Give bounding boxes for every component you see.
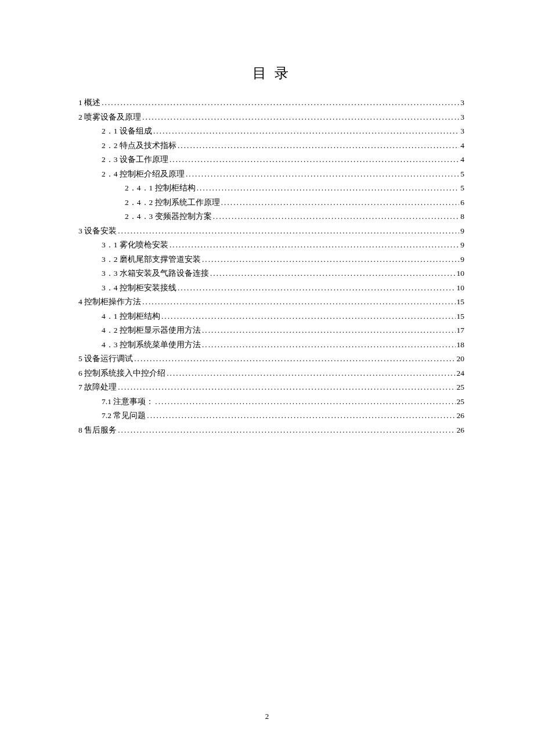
- toc-entry-page: 9: [460, 227, 464, 235]
- toc-entry-label: 7 故障处理: [78, 383, 117, 391]
- toc-entry[interactable]: 4．2 控制柜显示器使用方法17: [78, 326, 464, 334]
- toc-entry[interactable]: 2．3 设备工作原理4: [78, 156, 464, 164]
- toc-entry-page: 20: [457, 355, 465, 363]
- toc-entry-label: 3．3 水箱安装及气路设备连接: [102, 269, 209, 278]
- toc-entry-label: 4．2 控制柜显示器使用方法: [102, 326, 201, 334]
- toc-leader-dots: [169, 241, 459, 249]
- toc-entry-page: 15: [457, 312, 465, 321]
- toc-entry[interactable]: 2．4 控制柜介绍及原理5: [78, 170, 464, 178]
- toc-leader-dots: [169, 156, 459, 164]
- toc-entry-page: 9: [460, 255, 464, 264]
- toc-leader-dots: [153, 127, 459, 135]
- toc-entry-label: 7.2 常见问题: [102, 412, 146, 420]
- toc-entry-page: 3: [460, 99, 464, 107]
- toc-entry-page: 4: [460, 142, 464, 150]
- toc-entry-label: 2．4．2 控制系统工作原理: [125, 199, 220, 207]
- toc-entry[interactable]: 3．3 水箱安装及气路设备连接10: [78, 269, 464, 278]
- toc-title: 目 录: [78, 64, 464, 82]
- toc-entry-page: 3: [460, 127, 464, 135]
- toc-entry-page: 26: [457, 426, 465, 434]
- toc-entry-label: 4．3 控制系统菜单使用方法: [102, 341, 201, 349]
- toc-leader-dots: [178, 142, 459, 150]
- toc-leader-dots: [142, 113, 459, 121]
- toc-entry-label: 3 设备安装: [78, 227, 117, 235]
- toc-leader-dots: [202, 255, 459, 264]
- toc-entry-label: 1 概述: [78, 99, 100, 107]
- toc-entry[interactable]: 5 设备运行调试20: [78, 355, 464, 363]
- toc-leader-dots: [197, 184, 460, 192]
- toc-entry-label: 3．1 雾化喷枪安装: [102, 241, 168, 249]
- toc-entry[interactable]: 6 控制系统接入中控介绍24: [78, 369, 464, 377]
- toc-entry[interactable]: 3．4 控制柜安装接线10: [78, 284, 464, 292]
- toc-entry[interactable]: 2．4．3 变频器控制方案8: [78, 213, 464, 221]
- toc-entry-page: 25: [457, 398, 465, 406]
- toc-leader-dots: [134, 355, 455, 363]
- toc-entry[interactable]: 1 概述3: [78, 99, 464, 107]
- toc-entry-label: 3．4 控制柜安装接线: [102, 284, 176, 292]
- toc-entry-page: 25: [457, 383, 465, 391]
- toc-leader-dots: [210, 269, 456, 278]
- toc-leader-dots: [118, 383, 455, 391]
- toc-entry-page: 18: [457, 341, 465, 349]
- toc-entry-page: 10: [457, 269, 465, 278]
- toc-leader-dots: [142, 298, 455, 306]
- toc-leader-dots: [202, 326, 456, 334]
- toc-leader-dots: [155, 398, 455, 406]
- toc-entry[interactable]: 7.1 注意事项：25: [78, 398, 464, 406]
- toc-entry-label: 4 控制柜操作方法: [78, 298, 141, 306]
- toc-entry-label: 7.1 注意事项：: [102, 398, 154, 406]
- toc-entry-page: 8: [460, 213, 464, 221]
- toc-entry[interactable]: 8 售后服务26: [78, 426, 464, 434]
- toc-entry-label: 2．4 控制柜介绍及原理: [102, 170, 185, 178]
- toc-leader-dots: [147, 412, 455, 420]
- toc-entry-label: 2．1 设备组成: [102, 127, 152, 135]
- toc-entry-label: 2 喷雾设备及原理: [78, 113, 141, 121]
- toc-leader-dots: [118, 227, 459, 235]
- toc-leader-dots: [221, 199, 460, 207]
- toc-entry[interactable]: 3．2 磨机尾部支撑管道安装9: [78, 255, 464, 264]
- toc-leader-dots: [178, 284, 456, 292]
- toc-leader-dots: [213, 213, 460, 221]
- toc-entry[interactable]: 2．4．2 控制系统工作原理6: [78, 199, 464, 207]
- toc-leader-dots: [186, 170, 459, 178]
- toc-entry-page: 5: [460, 184, 464, 192]
- document-page: 目 录 1 概述32 喷雾设备及原理32．1 设备组成32．2 特点及技术指标4…: [0, 0, 534, 475]
- toc-entry-page: 9: [460, 241, 464, 249]
- toc-entry[interactable]: 2．2 特点及技术指标4: [78, 142, 464, 150]
- toc-entry[interactable]: 3．1 雾化喷枪安装9: [78, 241, 464, 249]
- toc-entry-label: 2．4．3 变频器控制方案: [125, 213, 212, 221]
- toc-leader-dots: [118, 426, 455, 434]
- toc-entry-label: 4．1 控制柜结构: [102, 312, 160, 321]
- toc-entry-label: 6 控制系统接入中控介绍: [78, 369, 165, 377]
- toc-entry[interactable]: 3 设备安装9: [78, 227, 464, 235]
- toc-entry-page: 5: [460, 170, 464, 178]
- toc-entry[interactable]: 4．3 控制系统菜单使用方法18: [78, 341, 464, 349]
- toc-entry-page: 15: [457, 298, 465, 306]
- toc-leader-dots: [102, 99, 459, 107]
- toc-entry-label: 2．2 特点及技术指标: [102, 142, 176, 150]
- toc-entry-page: 10: [457, 284, 465, 292]
- toc-entry-label: 8 售后服务: [78, 426, 117, 434]
- toc-entry[interactable]: 2 喷雾设备及原理3: [78, 113, 464, 121]
- page-number: 2: [0, 712, 534, 721]
- toc-entry-page: 26: [457, 412, 465, 420]
- toc-entry[interactable]: 2．1 设备组成3: [78, 127, 464, 135]
- toc-entry[interactable]: 2．4．1 控制柜结构5: [78, 184, 464, 192]
- toc-entry[interactable]: 4 控制柜操作方法15: [78, 298, 464, 306]
- toc-entry-page: 17: [457, 326, 465, 334]
- toc-entry-label: 2．4．1 控制柜结构: [125, 184, 196, 192]
- toc-leader-dots: [202, 341, 456, 349]
- toc-entry-page: 6: [460, 199, 464, 207]
- toc-entry[interactable]: 7 故障处理25: [78, 383, 464, 391]
- toc-entry[interactable]: 7.2 常见问题26: [78, 412, 464, 420]
- toc-entry-page: 4: [460, 156, 464, 164]
- toc-leader-dots: [167, 369, 455, 377]
- toc-entry-label: 5 设备运行调试: [78, 355, 133, 363]
- toc-entry-label: 2．3 设备工作原理: [102, 156, 168, 164]
- toc-entry-label: 3．2 磨机尾部支撑管道安装: [102, 255, 201, 264]
- toc-entry-page: 24: [457, 369, 465, 377]
- table-of-contents: 1 概述32 喷雾设备及原理32．1 设备组成32．2 特点及技术指标42．3 …: [78, 99, 464, 434]
- toc-entry[interactable]: 4．1 控制柜结构15: [78, 312, 464, 321]
- toc-entry-page: 3: [460, 113, 464, 121]
- toc-leader-dots: [161, 312, 456, 321]
